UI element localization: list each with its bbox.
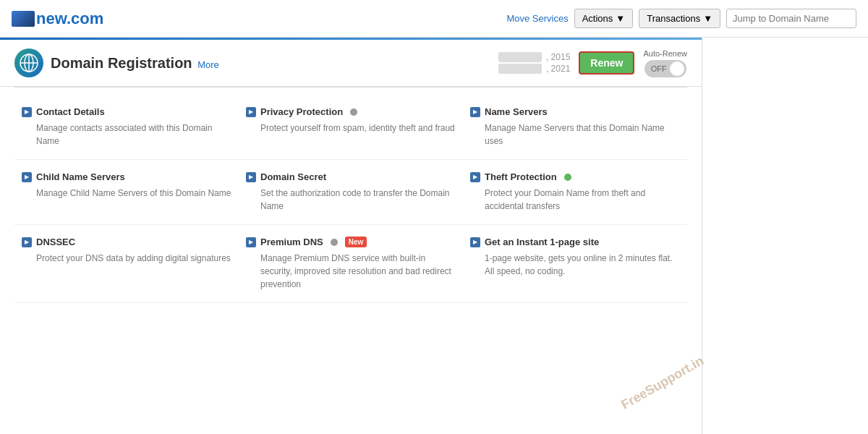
service-name: Child Name Servers: [36, 171, 125, 182]
service-title-row[interactable]: ▶ Domain Secret: [246, 171, 456, 182]
renew-button[interactable]: Renew: [579, 51, 634, 75]
logo-icon: [12, 11, 35, 27]
new-badge: New: [345, 237, 367, 247]
jump-to-domain-input[interactable]: [726, 9, 856, 28]
auto-renew-toggle[interactable]: Auto-Renew OFF: [643, 49, 687, 77]
status-dot: [350, 109, 357, 116]
service-name: Contact Details: [36, 106, 105, 117]
logo-text[interactable]: new.com: [36, 9, 103, 28]
service-name: Domain Secret: [260, 171, 326, 182]
toggle-circle: [670, 61, 684, 76]
service-desc: Protect yourself from spam, identity the…: [260, 122, 456, 135]
service-arrow-icon: ▶: [470, 237, 480, 247]
service-item: ▶ Name Servers Manage Name Servers that …: [463, 95, 687, 160]
service-title-row[interactable]: ▶ Theft Protection: [470, 171, 680, 182]
service-desc: Manage Child Name Servers of this Domain…: [36, 187, 231, 200]
service-arrow-icon: ▶: [246, 172, 256, 182]
domain-more-link[interactable]: More: [197, 59, 219, 70]
service-arrow-icon: ▶: [22, 107, 32, 117]
service-title-row[interactable]: ▶ Contact Details: [22, 106, 231, 117]
service-arrow-icon: ▶: [470, 172, 480, 182]
service-title-row[interactable]: ▶ Child Name Servers: [22, 171, 231, 182]
service-arrow-icon: ▶: [246, 237, 256, 247]
service-title-row[interactable]: ▶ Premium DNS New: [246, 237, 456, 247]
service-item: ▶ DNSSEC Protect your DNS data by adding…: [14, 225, 239, 303]
transactions-button[interactable]: Transactions ▼: [639, 9, 720, 28]
logo: new.com: [12, 9, 103, 28]
service-item: ▶ Domain Secret Set the authorization co…: [239, 160, 463, 225]
service-desc: Set the authorization code to transfer t…: [260, 187, 456, 213]
domain-header-right: , 2015 , 2021 Renew Auto-Renew OFF: [498, 49, 687, 77]
service-item: ▶ Premium DNS New Manage Premium DNS ser…: [239, 225, 463, 303]
sidebar: [702, 38, 868, 434]
service-name: Premium DNS: [260, 237, 323, 247]
service-desc: Manage contacts associated with this Dom…: [36, 122, 231, 148]
status-dot: [331, 239, 338, 246]
status-dot: [564, 174, 571, 181]
service-title-row[interactable]: ▶ Privacy Protection: [246, 106, 456, 117]
service-item: ▶ Privacy Protection Protect yourself fr…: [239, 95, 463, 160]
service-desc: Manage Premium DNS service with built-in…: [260, 252, 456, 291]
header: new.com Move Services Actions ▼ Transact…: [0, 0, 868, 38]
move-services-link[interactable]: Move Services: [506, 13, 568, 24]
domain-dates: , 2015 , 2021: [498, 52, 570, 74]
service-name: Name Servers: [485, 106, 548, 117]
service-item: ▶ Get an Instant 1-page site 1-page webs…: [463, 225, 687, 303]
service-arrow-icon: ▶: [22, 172, 32, 182]
service-desc: Manage Name Servers that this Domain Nam…: [485, 122, 680, 148]
domain-icon: [14, 48, 43, 77]
service-title-row[interactable]: ▶ Name Servers: [470, 106, 680, 117]
service-name: Theft Protection: [485, 171, 557, 182]
domain-registration-header: Domain Registration More , 2015 , 2021 R…: [0, 40, 702, 87]
service-desc: Protect your DNS data by adding digital …: [36, 252, 231, 265]
service-arrow-icon: ▶: [246, 107, 256, 117]
main-content: Domain Registration More , 2015 , 2021 R…: [0, 38, 702, 434]
layout: Domain Registration More , 2015 , 2021 R…: [0, 38, 868, 434]
date-bar: [498, 52, 542, 62]
date-bar-2: [498, 64, 542, 74]
services-grid: ▶ Contact Details Manage contacts associ…: [0, 88, 702, 310]
service-item: ▶ Theft Protection Protect your Domain N…: [463, 160, 687, 225]
service-item: ▶ Child Name Servers Manage Child Name S…: [14, 160, 239, 225]
service-name: DNSSEC: [36, 237, 75, 247]
actions-button[interactable]: Actions ▼: [574, 9, 634, 28]
service-title-row[interactable]: ▶ DNSSEC: [22, 237, 231, 247]
header-right: Move Services Actions ▼ Transactions ▼: [506, 9, 856, 28]
service-title-row[interactable]: ▶ Get an Instant 1-page site: [470, 237, 680, 247]
service-item: ▶ Contact Details Manage contacts associ…: [14, 95, 239, 160]
service-name: Get an Instant 1-page site: [485, 237, 599, 247]
service-desc: Protect your Domain Name from theft and …: [485, 187, 680, 213]
service-arrow-icon: ▶: [470, 107, 480, 117]
service-desc: 1-page website, gets you online in 2 min…: [485, 252, 680, 278]
service-arrow-icon: ▶: [22, 237, 32, 247]
domain-title-group: Domain Registration More: [51, 55, 219, 72]
domain-registration-title: Domain Registration: [51, 55, 192, 71]
service-name: Privacy Protection: [260, 106, 343, 117]
